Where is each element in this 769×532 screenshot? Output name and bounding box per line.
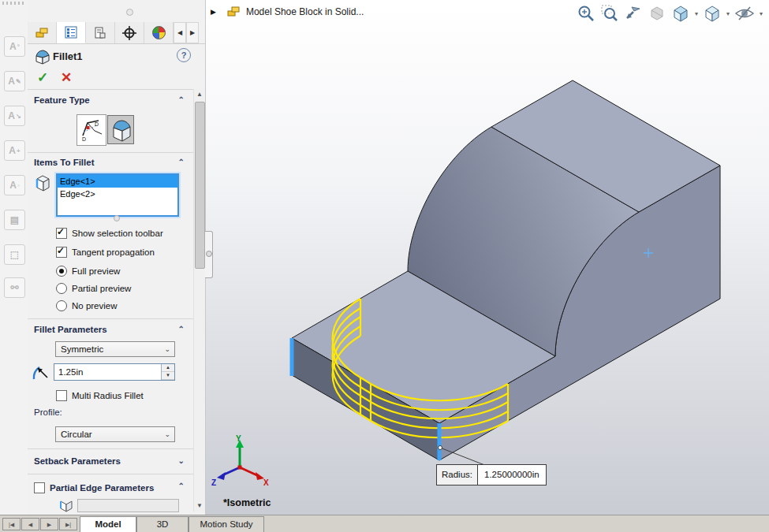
toolbar-grip[interactable]: [2, 2, 24, 5]
radius-input[interactable]: [54, 364, 161, 380]
view-orientation-label: *Isometric: [223, 497, 271, 508]
previous-view-icon[interactable]: [624, 4, 643, 23]
help-icon[interactable]: ?: [177, 48, 191, 62]
breadcrumb[interactable]: ▶ Model Shoe Block in Solid...: [211, 6, 364, 17]
zoom-to-fit-icon[interactable]: [577, 4, 595, 23]
tab-motion-study-1[interactable]: Motion Study 1: [189, 516, 264, 532]
last-sheet-icon[interactable]: ▶|: [59, 518, 77, 530]
hide-show-items-icon[interactable]: [734, 4, 755, 23]
fillet-parameters-header[interactable]: Fillet Parameters: [34, 325, 107, 334]
partial-edge-checkbox[interactable]: Partial Edge Parameters: [34, 482, 154, 493]
next-sheet-icon[interactable]: ▶: [40, 518, 58, 530]
manager-tab-strip: ◀ ▶: [28, 22, 205, 44]
display-manager-tab[interactable]: [144, 22, 174, 43]
tab-scroll-right-icon[interactable]: ▶: [186, 22, 199, 43]
divider: [28, 474, 204, 474]
view-orientation-icon[interactable]: [671, 4, 690, 23]
section-view-icon[interactable]: [648, 4, 666, 23]
model-canvas[interactable]: [206, 0, 769, 515]
profile-dropdown[interactable]: Circular ⌄: [55, 426, 175, 442]
scrollbar-thumb[interactable]: [195, 102, 205, 269]
note-edit-icon[interactable]: A✎: [4, 71, 25, 91]
callout-value[interactable]: 1.25000000in: [478, 465, 546, 485]
display-sphere-icon: [152, 26, 166, 39]
symmetric-dropdown[interactable]: Symmetric ⌄: [55, 341, 175, 357]
radio-label: No preview: [72, 301, 118, 311]
display-style-icon[interactable]: [703, 4, 722, 23]
display-style-caret-icon[interactable]: ▾: [726, 10, 730, 17]
feature-manager-tab[interactable]: [28, 22, 57, 43]
list-item[interactable]: Edge<2>: [58, 188, 177, 200]
hide-show-caret-icon[interactable]: ▾: [760, 10, 763, 17]
zoom-to-area-icon[interactable]: [600, 4, 619, 23]
partial-edge-field[interactable]: [77, 499, 179, 512]
first-sheet-icon[interactable]: |◀: [2, 518, 21, 530]
note-add-icon[interactable]: A+: [4, 140, 25, 161]
triad-x-label: X: [263, 478, 269, 487]
listbox-resize-handle[interactable]: [114, 215, 120, 221]
dimxpert-tab[interactable]: [115, 22, 144, 43]
tangent-propagation-checkbox[interactable]: Tangent propagation: [56, 246, 155, 258]
note-sparkle-icon[interactable]: A°: [4, 36, 25, 57]
manual-fillet-button[interactable]: [107, 115, 134, 144]
property-manager-tab[interactable]: [57, 22, 86, 43]
setback-collapse-icon[interactable]: ⌄: [178, 456, 185, 465]
configuration-manager-tab[interactable]: [86, 22, 115, 43]
tab-3d-views[interactable]: 3D Views: [136, 516, 189, 532]
annotation-toolbar: A° A✎ A↘ A+ A◦ ▤ ⬚ ⚯: [0, 0, 28, 515]
part-document-icon: [227, 6, 241, 17]
items-to-fillet-listbox[interactable]: Edge<1> Edge<2>: [56, 173, 179, 217]
setback-parameters-header[interactable]: Setback Parameters: [34, 456, 121, 466]
confirm-check-icon[interactable]: ✓: [37, 69, 48, 86]
partial-edge-collapse-icon[interactable]: ⌃: [178, 482, 185, 490]
tab-model[interactable]: Model: [80, 516, 136, 532]
panel-splitter-handle[interactable]: [205, 231, 213, 278]
checkbox-icon: [56, 247, 67, 258]
checkbox-icon: [56, 390, 67, 401]
list-item[interactable]: Edge<1>: [58, 175, 177, 188]
note-arrow-icon[interactable]: A↘: [4, 106, 25, 126]
radius-icon: [32, 363, 50, 381]
triad-y-label: Y: [236, 434, 241, 443]
cancel-x-icon[interactable]: ✕: [61, 69, 72, 86]
divider: [28, 152, 204, 153]
view-orientation-caret-icon[interactable]: ▾: [695, 10, 698, 17]
radio-icon: [56, 300, 67, 311]
no-preview-radio[interactable]: No preview: [56, 299, 118, 311]
filletxpert-button[interactable]: D D: [77, 114, 106, 146]
panel-scrollbar[interactable]: ▲ ▼: [193, 89, 205, 512]
previous-sheet-icon[interactable]: ◀: [21, 518, 39, 530]
feature-tree-icon: [35, 27, 49, 39]
tab-scroll-left-icon[interactable]: ◀: [174, 22, 186, 43]
checkbox-icon: [34, 482, 45, 493]
spinner-up-icon[interactable]: ▲: [162, 364, 174, 372]
filletxpert-icon: D D: [77, 115, 106, 145]
scroll-up-icon[interactable]: ▲: [194, 89, 205, 100]
link-chain-icon[interactable]: ⚯: [4, 277, 25, 298]
items-to-fillet-header[interactable]: Items To Fillet: [34, 158, 94, 167]
breadcrumb-expand-icon[interactable]: ▶: [211, 8, 216, 16]
chevron-down-icon: ⌄: [164, 427, 170, 442]
graphics-area[interactable]: ▶ Model Shoe Block in Solid...: [206, 0, 769, 515]
feature-type-header[interactable]: Feature Type: [34, 95, 90, 105]
feature-type-collapse-icon[interactable]: ⌃: [178, 95, 185, 104]
save-note-icon[interactable]: ▤: [4, 210, 25, 230]
partial-edge-label: Partial Edge Parameters: [50, 483, 154, 493]
balloon-note-icon[interactable]: A◦: [4, 175, 25, 195]
show-selection-toolbar-checkbox[interactable]: Show selection toolbar: [56, 227, 163, 239]
radio-icon: [56, 266, 67, 277]
partial-preview-radio[interactable]: Partial preview: [56, 282, 131, 294]
radius-spinner[interactable]: ▲ ▼: [161, 364, 174, 380]
chevron-down-icon: ⌄: [164, 342, 170, 357]
scroll-down-icon[interactable]: ▼: [194, 500, 205, 512]
multi-radius-checkbox[interactable]: Multi Radius Fillet: [56, 389, 144, 401]
fillet-parameters-collapse-icon[interactable]: ⌃: [178, 325, 185, 333]
full-preview-radio[interactable]: Full preview: [56, 265, 120, 277]
panel-collapse-handle[interactable]: [126, 9, 133, 16]
frame-note-icon[interactable]: ⬚: [4, 244, 25, 265]
items-to-fillet-collapse-icon[interactable]: ⌃: [178, 158, 185, 166]
dropdown-value: Symmetric: [61, 344, 103, 354]
dropdown-value: Circular: [61, 430, 92, 439]
radius-callout[interactable]: Radius: 1.25000000in: [436, 464, 547, 485]
spinner-down-icon[interactable]: ▼: [162, 372, 174, 380]
